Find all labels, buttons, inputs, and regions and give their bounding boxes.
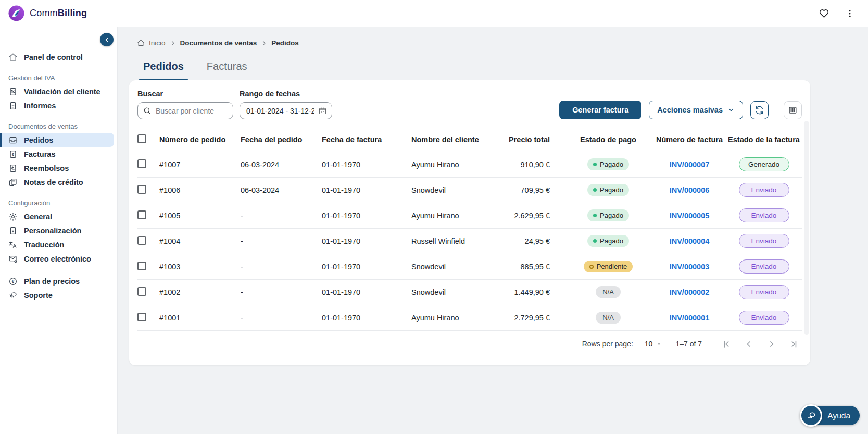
chevron-right-icon [261, 40, 267, 46]
bulk-actions-button[interactable]: Acciones masivas [649, 101, 743, 119]
sidebar-section-title: Configuración [8, 199, 109, 207]
generate-invoice-button[interactable]: Generar factura [559, 101, 641, 119]
refresh-button[interactable] [750, 101, 769, 119]
sidebar-item-label: Reembolsos [24, 164, 69, 172]
table-row: #1003 - 01-01-1970 Snowdevil 885,95 € Pe… [137, 254, 802, 279]
cell-customer: Snowdevil [411, 279, 500, 305]
gear-icon [8, 212, 18, 221]
sidebar-section-title: Documentos de ventas [8, 122, 109, 130]
sidebar-item-panel-de-control[interactable]: Panel de control [0, 50, 114, 64]
invoice-status-badge: Enviado [739, 234, 789, 248]
paid-dot-icon [593, 163, 597, 166]
kebab-icon [845, 9, 854, 18]
calendar-icon[interactable] [318, 106, 327, 115]
row-checkbox[interactable] [137, 210, 146, 219]
sidebar-item-reembolsos[interactable]: Reembolsos [0, 161, 114, 175]
sidebar-item-label: Correo electrónico [24, 255, 91, 263]
row-checkbox[interactable] [137, 236, 146, 245]
sidebar-item-label: Facturas [24, 150, 55, 158]
cell-customer: Russell Winfield [411, 228, 500, 254]
sidebar-item-informes[interactable]: Informes [0, 98, 114, 113]
date-range-field-group: Rango de fechas [240, 90, 332, 119]
sidebar-item-pedidos[interactable]: Pedidos [0, 133, 114, 147]
favorite-button[interactable] [819, 8, 829, 19]
invoice-link[interactable]: INV/000002 [670, 288, 710, 296]
cell-customer: Snowdevil [411, 177, 500, 203]
first-page-button[interactable] [720, 337, 734, 351]
invoice-link[interactable]: INV/000003 [670, 263, 710, 271]
sidebar-item-notas-de-credito[interactable]: Notas de crédito [0, 175, 114, 189]
cell-order-number: #1005 [159, 203, 241, 228]
invoice-link[interactable]: INV/000005 [670, 212, 710, 220]
sidebar-item-validacion-del-cliente[interactable]: Validación del cliente [0, 84, 114, 98]
cell-order-date: - [241, 305, 322, 330]
sidebar-item-soporte[interactable]: Soporte [0, 288, 114, 302]
home-icon [8, 53, 18, 62]
receipt-euro-icon: € [8, 150, 18, 159]
cell-total: 910,90 € [500, 152, 563, 177]
cell-order-number: #1003 [159, 254, 241, 279]
divider [776, 103, 776, 117]
doc-sparkle-icon [8, 226, 18, 235]
sidebar-item-facturas[interactable]: € Facturas [0, 147, 114, 161]
next-page-button[interactable] [764, 337, 778, 351]
cell-invoice-date: 01-01-1970 [322, 152, 411, 177]
columns-button[interactable] [784, 101, 802, 119]
row-checkbox[interactable] [137, 185, 146, 194]
top-header: CommBilling [0, 0, 868, 27]
invoice-link[interactable]: INV/000001 [670, 314, 710, 322]
tab-facturas[interactable]: Facturas [203, 60, 251, 80]
commbilling-logo-icon [8, 5, 24, 21]
table-row: #1007 06-03-2024 01-01-1970 Ayumu Hirano… [137, 152, 802, 177]
columns-icon [788, 105, 798, 115]
invoice-link[interactable]: INV/000007 [670, 160, 710, 169]
triangle-down-icon [656, 341, 662, 347]
sidebar-section-title: Gestión del IVA [8, 74, 109, 82]
sidebar-item-plan-de-precios[interactable]: € Plan de precios [0, 274, 114, 288]
sidebar-item-label: Traducción [24, 241, 64, 249]
tab-pedidos[interactable]: Pedidos [139, 60, 188, 80]
invoice-link[interactable]: INV/000004 [670, 237, 710, 245]
invoice-link[interactable]: INV/000006 [670, 186, 710, 194]
search-input[interactable] [137, 102, 233, 119]
sidebar-item-label: General [24, 213, 52, 221]
row-checkbox[interactable] [137, 262, 146, 270]
last-page-button[interactable] [787, 337, 801, 351]
paid-dot-icon [593, 239, 597, 243]
row-checkbox[interactable] [137, 159, 146, 168]
brand-logo[interactable]: CommBilling [8, 5, 87, 21]
cell-invoice-date: 01-01-1970 [322, 228, 411, 254]
col-customer: Nombre del cliente [411, 128, 500, 152]
cell-invoice-date: 01-01-1970 [322, 254, 411, 279]
select-all-checkbox[interactable] [137, 134, 146, 143]
previous-page-button[interactable] [742, 337, 756, 351]
home-icon [137, 39, 145, 47]
chevron-left-icon [744, 339, 754, 349]
breadcrumb-inicio[interactable]: Inicio [149, 39, 166, 47]
cell-order-number: #1006 [159, 177, 241, 203]
invoice-status-badge: Enviado [739, 285, 789, 299]
sidebar-item-correo-electronico[interactable]: Correo electrónico [0, 252, 114, 266]
cell-invoice-date: 01-01-1970 [322, 203, 411, 228]
sidebar-item-general[interactable]: General [0, 209, 114, 224]
table-scrollbar[interactable] [804, 121, 809, 335]
sidebar-item-label: Panel de control [24, 53, 83, 61]
breadcrumb-documentos-de-ventas[interactable]: Documentos de ventas [180, 39, 257, 47]
sidebar-item-personalizacion[interactable]: Personalización [0, 224, 114, 238]
row-checkbox[interactable] [137, 313, 146, 321]
sidebar-collapse-button[interactable] [100, 33, 114, 46]
document-icon [8, 101, 18, 110]
svg-text:€: € [12, 152, 15, 156]
more-menu-button[interactable] [845, 9, 854, 18]
sidebar-item-traduccion[interactable]: Traducción [0, 238, 114, 252]
invoice-status-badge: Enviado [739, 183, 789, 197]
rows-per-page-select[interactable]: 10 [645, 340, 662, 348]
paid-dot-icon [593, 188, 597, 192]
cell-invoice-date: 01-01-1970 [322, 279, 411, 305]
payment-status-badge: Pagado [587, 235, 629, 247]
cell-order-date: 06-03-2024 [241, 152, 322, 177]
col-invoice-date: Fecha de factura [322, 128, 411, 152]
row-checkbox[interactable] [137, 287, 146, 296]
help-fab[interactable]: Ayuda [800, 404, 860, 427]
orders-card: Buscar Rango de fechas Gene [129, 80, 810, 365]
